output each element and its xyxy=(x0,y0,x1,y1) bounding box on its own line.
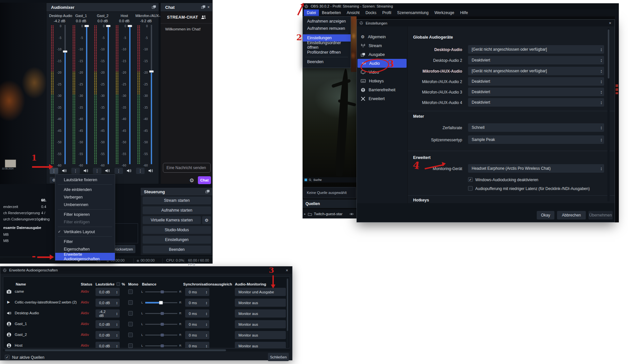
audioducking-checkbox[interactable]: ✓ xyxy=(468,177,473,182)
file-menu-profilordner[interactable]: Profilordner öffnen xyxy=(303,49,351,56)
volume-slider-handle[interactable] xyxy=(106,25,111,27)
sidebar-item-allgemein[interactable]: ⚙ Allgemein xyxy=(357,32,407,41)
popout-icon[interactable] xyxy=(201,5,205,9)
sidebar-item-barrierefreiheit[interactable]: Barrierefreiheit xyxy=(357,85,407,94)
channel-options-button[interactable]: ⋮ xyxy=(136,168,145,174)
sync-spinbox[interactable]: 0 ms▴▾ xyxy=(185,288,209,296)
chat-message-input[interactable] xyxy=(163,163,211,173)
balance-slider-handle[interactable] xyxy=(161,334,164,337)
apply-button[interactable]: Übernehmen xyxy=(588,211,613,219)
balance-slider-handle[interactable] xyxy=(161,312,164,315)
menu-item-vertikales-layout[interactable]: ✓ Vertikales Layout xyxy=(55,228,115,235)
menu-item-erweiterte-audioeigenschaften[interactable]: Erweiterte Audioeigenschaften xyxy=(55,253,115,260)
start-virtual-camera-button[interactable]: Virtuelle Kamera starten xyxy=(143,216,201,224)
menu-ansicht[interactable]: Ansicht xyxy=(344,9,362,16)
settings-titlebar[interactable]: Einstellungen × xyxy=(357,20,615,26)
close-icon[interactable]: × xyxy=(286,268,288,273)
menu-item-lautstaerke-fixieren[interactable]: Lautstärke fixieren xyxy=(55,176,115,183)
header-volume-percent-checkbox[interactable] xyxy=(116,282,120,286)
menu-datei[interactable]: Datei xyxy=(304,9,319,16)
menu-docks[interactable]: Docks xyxy=(362,9,379,16)
volume-spinbox[interactable]: 0,0 dB▴▾ xyxy=(96,299,120,307)
low-latency-checkbox[interactable] xyxy=(468,186,473,191)
menu-szenensammlung[interactable]: Szenensammlung xyxy=(394,9,431,16)
file-menu-aufnahmen-anzeigen[interactable]: Aufnahmen anzeigen xyxy=(303,18,351,25)
mono-checkbox[interactable] xyxy=(128,343,133,348)
volume-spinbox[interactable]: 0,0 dB▴▾ xyxy=(96,331,120,339)
chat-users-icon[interactable] xyxy=(201,15,206,20)
file-menu-beenden[interactable]: Beenden xyxy=(303,58,351,65)
menu-item-filter-kopieren[interactable]: Filter kopieren xyxy=(55,211,115,218)
file-menu-einstellungsordner[interactable]: Einstellungsordner öffnen xyxy=(303,42,351,49)
channel-options-button[interactable]: ⋮ xyxy=(93,168,101,174)
file-menu-aufnahmen-remuxen[interactable]: Aufnahmen remuxen xyxy=(303,25,351,32)
monitoring-dropdown[interactable]: Monitor aus xyxy=(235,331,286,339)
virtual-camera-settings-button[interactable]: ⚙ xyxy=(202,216,211,224)
visibility-eye-icon[interactable] xyxy=(349,213,354,216)
menu-bearbeiten[interactable]: Bearbeiten xyxy=(319,9,344,16)
expand-caret-icon[interactable]: ▸ xyxy=(304,212,306,216)
settings-scrollbar[interactable] xyxy=(607,28,610,201)
mute-speaker-icon[interactable] xyxy=(83,168,88,173)
device-combo-mikrofon-aux-4[interactable]: Deaktiviert▴▾ xyxy=(468,98,604,107)
volume-spinbox[interactable]: 0,0 dB▴▾ xyxy=(96,342,120,348)
start-recording-button[interactable]: Aufnahme starten xyxy=(143,206,211,214)
sidebar-item-erweitert[interactable]: Erweitert xyxy=(357,94,407,103)
meter-combo-spitzenmessertyp[interactable]: Sample Peak▴▾ xyxy=(468,135,604,144)
balance-slider-handle[interactable] xyxy=(161,344,164,347)
monitoring-dropdown[interactable]: Monitor aus xyxy=(235,320,286,328)
volume-slider-handle[interactable] xyxy=(128,25,132,27)
mute-speaker-icon[interactable] xyxy=(105,168,110,173)
device-combo-desktop-audio-2[interactable]: Deaktiviert▴▾ xyxy=(468,56,604,64)
device-combo-desktop-audio[interactable]: [Gerät nicht angeschlossen oder verfügba… xyxy=(468,45,604,54)
device-combo-mikrofon-aux-2[interactable]: Deaktiviert▴▾ xyxy=(468,77,604,86)
source-row[interactable]: ▸ Twitch-guest-star xyxy=(303,209,357,218)
scrollbar-thumb[interactable] xyxy=(287,279,288,331)
sync-spinbox[interactable]: 0 ms▴▾ xyxy=(185,309,209,318)
menu-item-verbergen[interactable]: Verbergen xyxy=(55,193,115,201)
volume-slider-handle[interactable] xyxy=(149,70,154,73)
monitoring-dropdown[interactable]: Monitor aus xyxy=(235,342,286,348)
volume-spinbox[interactable]: 0,0 dB▴▾ xyxy=(96,320,120,328)
menu-item-filter[interactable]: Filter xyxy=(55,238,115,245)
okay-button[interactable]: Okay xyxy=(537,211,554,219)
cancel-button[interactable]: Abbrechen xyxy=(557,211,586,219)
monitoring-dropdown[interactable]: Monitor aus xyxy=(235,309,286,318)
menu-hilfe[interactable]: Hilfe xyxy=(457,9,471,16)
settings-button[interactable]: Einstellungen xyxy=(143,236,211,244)
monitoring-dropdown[interactable]: Monitor aus xyxy=(235,299,286,307)
exit-button[interactable]: Beenden xyxy=(143,246,211,253)
meter-combo-zerfallsrate[interactable]: Schnell▴▾ xyxy=(468,123,604,132)
menu-profil[interactable]: Profil xyxy=(379,9,394,16)
balance-slider-handle[interactable] xyxy=(161,323,164,326)
obs-titlebar[interactable]: OBS 30.0.2 - Profil: Streaming - Szenen:… xyxy=(303,3,619,9)
menu-item-umbenennen[interactable]: Umbenennen xyxy=(55,201,115,208)
chat-settings-gear-icon[interactable]: ⚙ xyxy=(189,177,194,183)
mute-speaker-icon[interactable] xyxy=(61,168,67,173)
balance-slider-handle[interactable] xyxy=(161,290,164,293)
monitoring-device-combo[interactable]: Headset Earphone (Arctis Pro Wireless Ch… xyxy=(468,164,604,173)
sync-spinbox[interactable]: 0 ms▴▾ xyxy=(185,331,209,339)
sidebar-item-hotkeys[interactable]: Hotkeys xyxy=(357,77,407,85)
popout-icon[interactable] xyxy=(205,190,210,194)
scrollbar-thumb[interactable] xyxy=(5,349,226,351)
menu-item-alle-einblenden[interactable]: Alle einblenden xyxy=(55,186,115,193)
start-stream-button[interactable]: Stream starten xyxy=(143,197,211,204)
sidebar-item-ausgabe[interactable]: Ausgabe xyxy=(357,50,407,59)
sidebar-item-stream[interactable]: Stream xyxy=(357,41,407,50)
balance-slider-handle[interactable] xyxy=(159,301,163,304)
sources-dock-header[interactable]: Quellen xyxy=(303,199,357,208)
close-button[interactable]: Schließen xyxy=(268,353,289,361)
mono-checkbox[interactable] xyxy=(128,322,133,326)
mono-checkbox[interactable] xyxy=(128,311,133,316)
sync-spinbox[interactable]: 0 ms▴▾ xyxy=(185,320,209,328)
device-combo-mikrofon-aux-3[interactable]: Deaktiviert▴▾ xyxy=(468,88,604,96)
active-sources-checkbox[interactable]: ✓ xyxy=(5,355,9,359)
advanced-audio-titlebar[interactable]: Erweiterte Audioeigenschaften × xyxy=(0,267,292,274)
chat-titlebar[interactable]: Chat × xyxy=(161,3,212,12)
scrollbar-thumb[interactable] xyxy=(608,29,609,78)
monitoring-dropdown[interactable]: Monitor und Ausgabe xyxy=(235,288,286,296)
mono-checkbox[interactable] xyxy=(128,300,133,305)
volume-spinbox[interactable]: 0,0 dB▴▾ xyxy=(96,288,120,296)
chat-send-button[interactable]: Chat xyxy=(198,176,211,184)
